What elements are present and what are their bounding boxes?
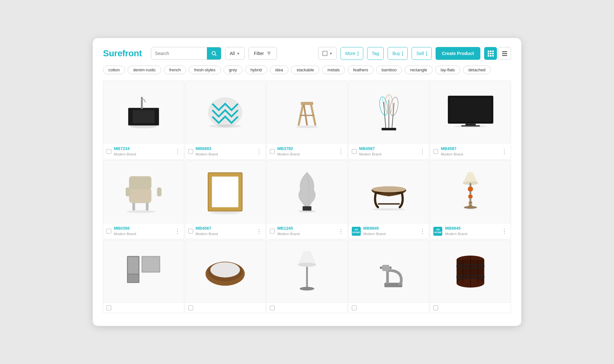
search-button[interactable] [207, 47, 221, 59]
tag-pill[interactable]: feathers [348, 66, 374, 74]
svg-point-49 [468, 186, 473, 192]
product-checkbox[interactable] [188, 229, 193, 233]
create-product-button[interactable]: Create Product [436, 47, 480, 60]
tag-pill[interactable]: cotton [103, 66, 125, 74]
view-toggle [484, 47, 511, 60]
product-menu-button[interactable]: ⋮ [338, 228, 344, 235]
svg-rect-36 [146, 202, 148, 210]
product-checkbox[interactable] [352, 149, 357, 154]
svg-point-43 [298, 210, 316, 212]
product-brand: Modern Brand [277, 152, 300, 156]
svg-point-37 [127, 210, 156, 213]
product-info: MB4587Modern Brand [441, 146, 499, 157]
filter-button[interactable]: Filter [248, 47, 277, 60]
product-image-area [349, 240, 429, 303]
tag-button[interactable]: Tag [367, 47, 384, 60]
tag-pill[interactable]: hybrid [245, 66, 267, 74]
tag-pill[interactable]: idea [270, 66, 289, 74]
sell-label: Sell [416, 51, 424, 56]
product-card: MB4567Modern Brand⋮ [185, 160, 266, 239]
more-button[interactable]: More [341, 47, 363, 60]
product-checkbox[interactable] [270, 305, 275, 310]
tag-pill[interactable]: fresh-styles [189, 66, 221, 74]
product-card [185, 240, 266, 313]
product-id-link[interactable]: MB4587 [441, 146, 499, 151]
product-id-link[interactable]: MB3792 [277, 146, 335, 151]
product-menu-button[interactable]: ⋮ [175, 228, 181, 235]
svg-rect-31 [129, 187, 151, 203]
svg-rect-50 [469, 192, 471, 194]
product-footer: MB4587Modern Brand⋮ [349, 143, 429, 159]
product-menu-button[interactable]: ⋮ [175, 148, 181, 155]
tag-pill[interactable]: stackable [291, 66, 319, 74]
tag-pill[interactable]: metals [322, 66, 345, 74]
product-checkbox[interactable] [106, 149, 111, 154]
product-card: MB7234Modern Brand⋮ [103, 81, 184, 160]
buy-label: Buy [392, 51, 400, 56]
product-menu-button[interactable]: ⋮ [501, 228, 508, 235]
select-all-checkbox[interactable] [322, 51, 327, 56]
tag-pill[interactable]: lay-flats [435, 66, 460, 74]
tag-pill[interactable]: bamboo [376, 66, 402, 74]
product-image-area [267, 81, 347, 143]
product-id-link[interactable]: MB6893 [196, 146, 254, 151]
product-checkbox[interactable] [270, 229, 275, 233]
product-card [348, 240, 429, 313]
grid-view-button[interactable] [484, 47, 497, 60]
product-id-link[interactable]: MB4587 [359, 146, 417, 151]
product-card: JIA HOMEMB9845Modern Brand⋮ [430, 160, 511, 239]
buy-button[interactable]: Buy [388, 47, 408, 60]
product-checkbox[interactable] [270, 149, 275, 154]
product-checkbox[interactable] [188, 305, 193, 310]
product-card: MB6893Modern Brand⋮ [185, 81, 266, 160]
product-id-link[interactable]: MB4567 [196, 226, 254, 231]
svg-point-56 [464, 207, 477, 210]
product-id-link[interactable]: MB9845 [363, 226, 417, 231]
product-menu-button[interactable]: ⋮ [420, 148, 426, 155]
checkbox-dropdown[interactable]: ▼ [318, 47, 337, 60]
product-info: MB4567Modern Brand [196, 226, 254, 236]
product-footer: JIA HOMEMB9845Modern Brand⋮ [430, 223, 511, 239]
product-menu-button[interactable]: ⋮ [501, 148, 508, 155]
product-id-link[interactable]: MB1245 [277, 226, 335, 231]
list-view-button[interactable] [498, 47, 511, 60]
more-dots-icon [358, 51, 358, 56]
product-id-link[interactable]: MB9845 [445, 226, 499, 231]
product-info: MB3792Modern Brand [277, 146, 335, 157]
product-image-area [185, 240, 266, 303]
svg-rect-27 [449, 97, 492, 122]
tag-pill[interactable]: grey [224, 66, 242, 74]
product-checkbox[interactable] [433, 305, 438, 310]
tag-pill[interactable]: french [164, 66, 186, 74]
search-input[interactable] [151, 47, 207, 59]
product-brand: Modern Brand [359, 152, 382, 156]
tag-pill[interactable]: denim-rustic [128, 66, 161, 74]
tag-pill[interactable]: detached [463, 66, 491, 74]
product-menu-button[interactable]: ⋮ [420, 228, 426, 235]
product-id-link[interactable]: MB0356 [114, 226, 172, 231]
product-footer: MB7234Modern Brand⋮ [103, 143, 184, 159]
product-brand: Modern Brand [196, 232, 218, 236]
product-menu-button[interactable]: ⋮ [256, 228, 262, 235]
product-menu-button[interactable]: ⋮ [338, 148, 344, 155]
tag-pill[interactable]: rectangle [405, 66, 432, 74]
product-checkbox[interactable] [433, 149, 438, 154]
svg-rect-39 [212, 177, 239, 207]
product-image-area [103, 240, 184, 303]
svg-rect-32 [129, 176, 151, 189]
svg-point-10 [209, 124, 241, 128]
product-checkbox[interactable] [106, 229, 111, 233]
all-dropdown[interactable]: All ▼ [225, 47, 245, 60]
search-icon [211, 51, 217, 56]
product-id-link[interactable]: MB7234 [114, 146, 172, 151]
product-menu-button[interactable]: ⋮ [256, 148, 262, 155]
sell-button[interactable]: Sell [412, 47, 431, 60]
product-image-area [349, 81, 429, 143]
product-checkbox[interactable] [106, 305, 111, 310]
product-checkbox[interactable] [188, 149, 193, 154]
app-container: Surefront All ▼ Filter [93, 38, 521, 326]
product-card [266, 240, 348, 313]
svg-point-0 [212, 51, 216, 55]
product-checkbox[interactable] [352, 305, 357, 310]
product-info: MB9845Modern Brand [363, 226, 417, 236]
